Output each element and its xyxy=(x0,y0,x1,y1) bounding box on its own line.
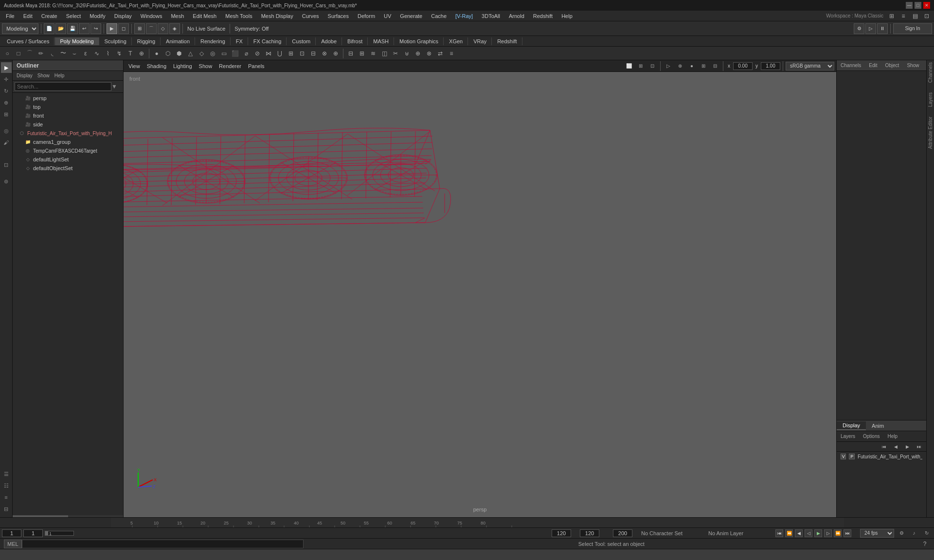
outliner-search-input[interactable] xyxy=(15,82,111,91)
outliner-item-futuristic[interactable]: ⬡ Futuristic_Air_Taxi_Port_with_Flying_H xyxy=(13,129,123,138)
sign-in-button[interactable]: Sign In xyxy=(893,23,932,34)
move-tool-button[interactable]: ✛ xyxy=(1,74,12,85)
outliner-item-persp[interactable]: 🎥 persp xyxy=(13,94,123,103)
search-dropdown-icon[interactable]: ▼ xyxy=(111,83,121,90)
menu-file[interactable]: File xyxy=(2,12,18,20)
new-scene-button[interactable]: 📄 xyxy=(44,23,54,34)
torus-icon[interactable]: ◎ xyxy=(207,48,218,59)
menu-select[interactable]: Select xyxy=(62,12,85,20)
menu-mesh-display[interactable]: Mesh Display xyxy=(257,12,297,20)
soft-select-button[interactable]: ◎ xyxy=(1,125,12,136)
command-input[interactable] xyxy=(22,540,304,548)
spline-icon[interactable]: ⌣ xyxy=(69,48,80,59)
loop-icon[interactable]: ↻ xyxy=(921,528,932,539)
menu-uv[interactable]: UV xyxy=(380,12,395,20)
select-tool-button[interactable]: ▶ xyxy=(107,23,117,34)
paint-select-button[interactable]: 🖌 xyxy=(1,137,12,148)
square-icon[interactable]: □ xyxy=(13,48,24,59)
tab-rigging[interactable]: Rigging xyxy=(132,37,161,45)
tab-mash[interactable]: MASH xyxy=(368,37,394,45)
tool-icon[interactable]: ⊕ xyxy=(136,48,147,59)
outliner-help-menu[interactable]: Help xyxy=(53,72,67,79)
workspace-btn3[interactable]: ▤ xyxy=(910,11,920,21)
layers-menu[interactable]: Layers xyxy=(839,433,857,439)
plane-icon[interactable]: ▭ xyxy=(218,48,229,59)
layers-tab-label[interactable]: Layers xyxy=(928,92,933,107)
shader-ball-icon[interactable]: ● xyxy=(686,61,697,71)
scale-tool-button[interactable]: ⊕ xyxy=(1,97,12,108)
helical-icon[interactable]: ↯ xyxy=(114,48,125,59)
viewport-icon2[interactable]: ⊞ xyxy=(635,61,646,71)
close-button[interactable]: ✕ xyxy=(923,2,930,9)
outliner-item-side[interactable]: 🎥 side xyxy=(13,120,123,129)
ipr-button[interactable]: ⏸ xyxy=(877,23,888,34)
layer-nav-prev[interactable]: ◀ xyxy=(890,441,901,452)
layers-icon[interactable]: ☰ xyxy=(1,469,12,479)
layer-btn3[interactable]: ≡ xyxy=(1,492,12,503)
snap-icon[interactable]: ⊕ xyxy=(675,61,685,71)
outliner-display-menu[interactable]: Display xyxy=(15,72,35,79)
tab-bifrost[interactable]: Bifrost xyxy=(342,37,368,45)
curve-icon[interactable]: ⌒ xyxy=(24,48,35,59)
viewport-canvas[interactable]: front xyxy=(124,72,836,517)
menu-cache[interactable]: Cache xyxy=(427,12,450,20)
goto-start-button[interactable]: ⏮ xyxy=(775,529,783,537)
lasso-tool-button[interactable]: ◻ xyxy=(118,23,129,34)
outliner-item-front[interactable]: 🎥 front xyxy=(13,111,123,120)
sphere-icon[interactable]: ● xyxy=(151,48,162,59)
outliner-item-default-light-set[interactable]: ◇ defaultLightSet xyxy=(13,155,123,164)
menu-edit[interactable]: Edit xyxy=(19,12,36,20)
menu-edit-mesh[interactable]: Edit Mesh xyxy=(189,12,220,20)
weld-icon[interactable]: ⊞ xyxy=(286,48,296,59)
shading-icon2[interactable]: ⊟ xyxy=(710,61,720,71)
outliner-show-menu[interactable]: Show xyxy=(36,72,52,79)
workspace-btn2[interactable]: ≡ xyxy=(898,11,909,21)
universal-manip-button[interactable]: ⊞ xyxy=(1,109,12,120)
show-manip-button[interactable]: ⊡ xyxy=(1,159,12,170)
render-button[interactable]: ▷ xyxy=(865,23,876,34)
flip-icon[interactable]: ⇄ xyxy=(435,48,446,59)
layer-playback-checkbox[interactable]: P xyxy=(849,454,854,459)
snap-view-button[interactable]: ◈ xyxy=(169,23,180,34)
unfold-icon[interactable]: ⊟ xyxy=(345,48,356,59)
menu-create[interactable]: Create xyxy=(37,12,61,20)
outliner-item-default-object-set[interactable]: ◇ defaultObjectSet xyxy=(13,164,123,173)
arc-icon[interactable]: ◟ xyxy=(47,48,57,59)
prev-key-button[interactable]: ◀ xyxy=(795,529,803,537)
mirror-icon[interactable]: ◫ xyxy=(379,48,390,59)
channels-menu[interactable]: Channels xyxy=(839,62,863,69)
save-scene-button[interactable]: 💾 xyxy=(67,23,78,34)
bezier-icon[interactable]: ε xyxy=(80,48,91,59)
frame-end-input[interactable] xyxy=(552,529,571,537)
current-frame-input[interactable] xyxy=(23,529,43,537)
menu-vray[interactable]: [V-Ray] xyxy=(451,12,477,20)
goto-end-button[interactable]: ⏭ xyxy=(844,529,851,537)
show-menu[interactable]: Show xyxy=(905,62,921,69)
tab-poly-modeling[interactable]: Poly Modeling xyxy=(55,37,99,45)
text-icon[interactable]: T xyxy=(125,48,136,59)
menu-surfaces[interactable]: Surfaces xyxy=(324,12,353,20)
nurbs-icon[interactable]: ∿ xyxy=(91,48,102,59)
tab-motion-graphics[interactable]: Motion Graphics xyxy=(395,37,444,45)
timeline-track[interactable]: 5 10 15 20 25 30 35 40 45 50 55 60 65 xyxy=(111,518,844,527)
tab-animation[interactable]: Animation xyxy=(161,37,195,45)
lighting-menu[interactable]: Lighting xyxy=(170,62,195,70)
cone-icon[interactable]: △ xyxy=(185,48,196,59)
wave-icon[interactable]: 〜 xyxy=(58,48,69,59)
channels-tab-label[interactable]: Channels xyxy=(928,62,933,83)
layer-nav-last[interactable]: ⏭ xyxy=(914,441,924,452)
menu-generate[interactable]: Generate xyxy=(396,12,426,20)
collapse-icon[interactable]: ⊟ xyxy=(308,48,319,59)
timeline-ruler[interactable]: 5 10 15 20 25 30 35 40 45 50 55 60 65 xyxy=(0,517,934,528)
sew-icon[interactable]: ⊎ xyxy=(401,48,412,59)
layer-help-menu[interactable]: Help xyxy=(885,433,899,439)
menu-mesh[interactable]: Mesh xyxy=(167,12,188,20)
redo-button[interactable]: ↪ xyxy=(90,23,101,34)
loft-icon[interactable]: ⊘ xyxy=(252,48,263,59)
viewport-icon1[interactable]: ⬜ xyxy=(624,61,634,71)
layer-item[interactable]: V P Futuristic_Air_Taxi_Port_with_F xyxy=(837,452,926,461)
tab-custom[interactable]: Custom xyxy=(287,37,316,45)
shading-menu[interactable]: Shading xyxy=(144,62,169,70)
sweep-icon[interactable]: ⌀ xyxy=(241,48,251,59)
next-key-button[interactable]: ▷ xyxy=(824,529,832,537)
